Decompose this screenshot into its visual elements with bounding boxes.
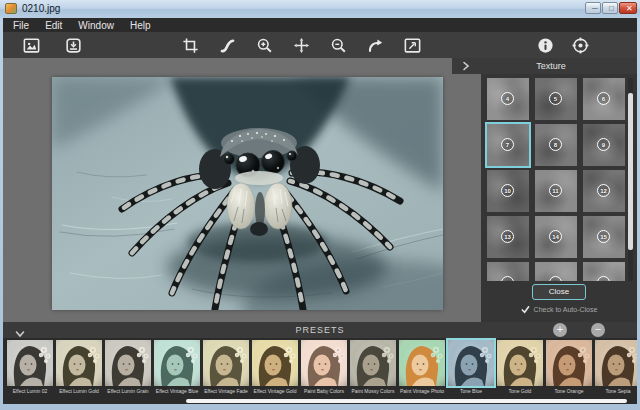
preset-portrait — [350, 340, 396, 386]
window-title: 0210.jpg — [22, 3, 60, 14]
texture-thumb-8[interactable]: 8 — [535, 124, 577, 166]
preset-label: Paint Baby Colors — [301, 388, 347, 394]
toolbar-group-right — [533, 33, 592, 57]
preset-thumb-tone-orange[interactable]: Tone Orange — [546, 340, 592, 394]
preset-portrait — [252, 340, 298, 386]
toolbar-button-save[interactable] — [61, 33, 85, 57]
preset-thumb-paint-mossy-colors[interactable]: Paint Mossy Colors — [350, 340, 396, 394]
toolbar-button-redo[interactable] — [363, 33, 387, 57]
redo-icon — [366, 36, 385, 55]
preset-thumb-effect-vintage-blue[interactable]: Effect Vintage Blue — [154, 340, 200, 394]
preset-label: Effect Vintage Blue — [154, 388, 200, 394]
preset-label: Paint Mossy Colors — [350, 388, 396, 394]
preset-label: Effect Lumin 02 — [7, 388, 53, 394]
preset-thumb-effect-lumin-gold[interactable]: Effect Lumin Gold — [56, 340, 102, 394]
autoclose-row[interactable]: Check to Auto-Close — [481, 305, 637, 314]
checkmark-icon — [521, 305, 530, 314]
preset-thumb-tone-gold[interactable]: Tone Gold — [497, 340, 543, 394]
toolbar-group-center — [178, 33, 424, 57]
maximize-button[interactable]: □ — [602, 2, 618, 14]
window-controls: ─ □ ✕ — [585, 2, 637, 14]
preset-label: Effect Vintage Gold — [252, 388, 298, 394]
texture-number: 13 — [501, 230, 514, 243]
app-window: 0210.jpg ─ □ ✕ FileEditWindowHelp — [0, 0, 640, 410]
texture-number: 10 — [501, 184, 514, 197]
presets-strip: Effect Lumin 02 Effect Lumin Gold Effect… — [3, 338, 637, 404]
toolbar-button-image-adjust[interactable] — [400, 33, 424, 57]
toolbar-button-curves[interactable] — [215, 33, 239, 57]
texture-number: 12 — [597, 184, 610, 197]
toolbar-button-info[interactable] — [533, 33, 557, 57]
texture-thumb-4[interactable]: 4 — [487, 78, 529, 120]
preset-label: Effect Lumin Grain — [105, 388, 151, 394]
preset-thumb-effect-lumin-02[interactable]: Effect Lumin 02 — [7, 340, 53, 394]
texture-scrollbar-thumb[interactable] — [628, 93, 633, 250]
preset-portrait — [399, 340, 445, 386]
settings-icon — [571, 36, 590, 55]
preset-thumb-effect-lumin-grain[interactable]: Effect Lumin Grain — [105, 340, 151, 394]
photo-canvas[interactable] — [52, 77, 443, 310]
menu-item-window[interactable]: Window — [78, 20, 114, 31]
close-panel-button[interactable]: Close — [532, 284, 586, 300]
texture-thumb-17[interactable]: 17 — [535, 262, 577, 281]
presets-header: PRESETS + − — [3, 322, 637, 338]
menu-item-file[interactable]: File — [13, 20, 29, 31]
remove-preset-button[interactable]: − — [591, 323, 605, 337]
toolbar-button-settings[interactable] — [568, 33, 592, 57]
toolbar-button-zoom-out[interactable] — [326, 33, 350, 57]
add-preset-button[interactable]: + — [553, 323, 567, 337]
curves-icon — [218, 36, 237, 55]
texture-thumb-7[interactable]: 7 — [487, 124, 529, 166]
preset-label: Tone Gold — [497, 388, 543, 394]
preset-label: Effect Lumin Gold — [56, 388, 102, 394]
texture-number: 11 — [549, 184, 562, 197]
presets-scrollbar-thumb[interactable] — [186, 399, 627, 403]
preset-thumb-effect-vintage-fade[interactable]: Effect Vintage Fade — [203, 340, 249, 394]
texture-thumb-13[interactable]: 13 — [487, 216, 529, 258]
texture-thumb-11[interactable]: 11 — [535, 170, 577, 212]
texture-thumb-12[interactable]: 12 — [583, 170, 625, 212]
texture-number: 8 — [549, 138, 562, 151]
preset-thumb-paint-vintage-photo[interactable]: Paint Vintage Photo — [399, 340, 445, 394]
open-image-icon — [22, 36, 41, 55]
texture-number: 14 — [549, 230, 562, 243]
preset-portrait — [595, 340, 637, 386]
texture-thumb-14[interactable]: 14 — [535, 216, 577, 258]
preset-thumb-tone-sepia[interactable]: Tone Sepia — [595, 340, 637, 394]
zoom-in-icon — [255, 36, 274, 55]
title-bar[interactable]: 0210.jpg ─ □ ✕ — [0, 0, 640, 18]
preset-portrait — [203, 340, 249, 386]
texture-number: 16 — [501, 276, 514, 281]
preset-thumb-paint-baby-colors[interactable]: Paint Baby Colors — [301, 340, 347, 394]
texture-number: 6 — [597, 92, 610, 105]
menu-item-edit[interactable]: Edit — [45, 20, 62, 31]
texture-thumb-5[interactable]: 5 — [535, 78, 577, 120]
canvas-area — [3, 58, 481, 322]
chevron-right-icon — [461, 61, 471, 71]
preset-portrait — [56, 340, 102, 386]
texture-thumb-15[interactable]: 15 — [583, 216, 625, 258]
texture-scrollbar[interactable] — [628, 78, 633, 281]
texture-number: 18 — [597, 276, 610, 281]
toolbar-button-open-image[interactable] — [19, 33, 43, 57]
preset-label: Tone Orange — [546, 388, 592, 394]
save-icon — [64, 36, 83, 55]
menu-item-help[interactable]: Help — [130, 20, 151, 31]
preset-thumb-effect-vintage-gold[interactable]: Effect Vintage Gold — [252, 340, 298, 394]
toolbar-button-crop[interactable] — [178, 33, 202, 57]
info-icon — [536, 36, 555, 55]
preset-portrait — [7, 340, 53, 386]
texture-thumb-10[interactable]: 10 — [487, 170, 529, 212]
preset-portrait — [301, 340, 347, 386]
toolbar-button-move[interactable] — [289, 33, 313, 57]
toolbar-button-zoom-in[interactable] — [252, 33, 276, 57]
preset-label: Tone Blue — [448, 388, 494, 394]
texture-thumb-18[interactable]: 18 — [583, 262, 625, 281]
texture-thumb-6[interactable]: 6 — [583, 78, 625, 120]
preset-thumb-tone-blue[interactable]: Tone Blue — [448, 340, 494, 394]
texture-thumb-9[interactable]: 9 — [583, 124, 625, 166]
texture-thumb-16[interactable]: 16 — [487, 262, 529, 281]
minimize-button[interactable]: ─ — [585, 2, 601, 14]
panel-collapse-button[interactable] — [461, 61, 471, 71]
close-window-button[interactable]: ✕ — [619, 2, 637, 14]
